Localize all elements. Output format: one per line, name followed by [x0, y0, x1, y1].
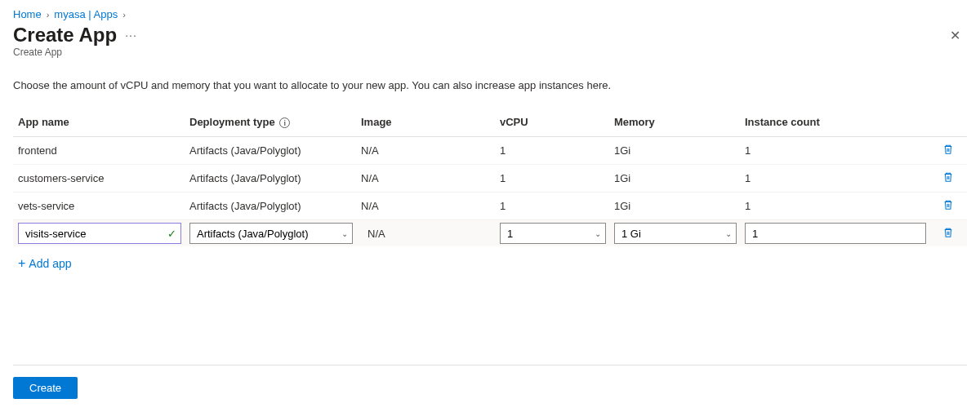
breadcrumb-service[interactable]: myasa | Apps [54, 8, 118, 20]
cell-deployment-type: Artifacts (Java/Polyglot) [189, 144, 361, 157]
page-title: Create App [13, 24, 117, 47]
cell-app-name: customers-service [18, 172, 189, 184]
delete-row-button[interactable] [934, 171, 962, 185]
apps-table: App name Deployment type i Image vCPU Me… [13, 108, 967, 281]
check-icon: ✓ [167, 228, 176, 240]
col-deployment-type: Deployment type i [189, 116, 361, 128]
cell-vcpu: 1 [500, 200, 614, 212]
cell-deployment-type: Artifacts (Java/Polyglot) [189, 172, 361, 184]
add-app-label: Add app [29, 257, 71, 270]
cell-image: N/A [361, 144, 500, 157]
cell-vcpu: 1 [500, 144, 614, 157]
table-row: vets-service Artifacts (Java/Polyglot) N… [13, 193, 967, 220]
cell-image: N/A [361, 200, 500, 212]
table-row: customers-service Artifacts (Java/Polygl… [13, 165, 967, 193]
cell-app-name: frontend [18, 144, 189, 157]
info-icon[interactable]: i [279, 117, 290, 128]
col-memory: Memory [614, 116, 745, 128]
app-name-input[interactable] [18, 223, 181, 244]
add-app-button[interactable]: + Add app [13, 246, 967, 281]
cell-instances: 1 [745, 172, 934, 184]
instance-count-input[interactable] [745, 223, 926, 244]
trash-icon [942, 171, 954, 183]
cell-vcpu: 1 [500, 172, 614, 184]
more-button[interactable]: ··· [125, 29, 137, 42]
plus-icon: + [18, 256, 25, 271]
chevron-right-icon: › [122, 10, 126, 20]
col-app-name: App name [18, 116, 189, 128]
page-subtitle: Create App [13, 47, 967, 58]
edit-row: ✓ ⌄ N/A ⌄ ⌄ [13, 220, 967, 246]
description-text: Choose the amount of vCPU and memory tha… [13, 79, 967, 91]
cell-instances: 1 [745, 144, 934, 157]
cell-memory: 1Gi [614, 172, 745, 184]
cell-app-name: vets-service [18, 200, 189, 212]
cell-memory: 1Gi [614, 200, 745, 212]
delete-row-button[interactable] [934, 144, 962, 157]
col-instance-count: Instance count [745, 116, 934, 128]
vcpu-select[interactable] [500, 223, 606, 244]
cell-image: N/A [361, 228, 492, 240]
delete-row-button[interactable] [934, 227, 962, 241]
deployment-type-select[interactable] [189, 223, 353, 244]
cell-deployment-type: Artifacts (Java/Polyglot) [189, 200, 361, 212]
breadcrumb-home[interactable]: Home [13, 8, 42, 20]
col-vcpu: vCPU [500, 116, 614, 128]
memory-select[interactable] [614, 223, 737, 244]
delete-row-button[interactable] [934, 199, 962, 213]
cell-memory: 1Gi [614, 144, 745, 157]
col-image: Image [361, 116, 500, 128]
trash-icon [942, 227, 954, 238]
trash-icon [942, 144, 954, 155]
table-row: frontend Artifacts (Java/Polyglot) N/A 1… [13, 137, 967, 165]
create-button[interactable]: Create [13, 377, 78, 399]
cell-image: N/A [361, 172, 500, 184]
close-icon[interactable]: ✕ [943, 24, 967, 47]
cell-instances: 1 [745, 200, 934, 212]
chevron-right-icon: › [47, 10, 50, 20]
trash-icon [942, 199, 954, 210]
breadcrumb: Home › myasa | Apps › [13, 8, 967, 20]
